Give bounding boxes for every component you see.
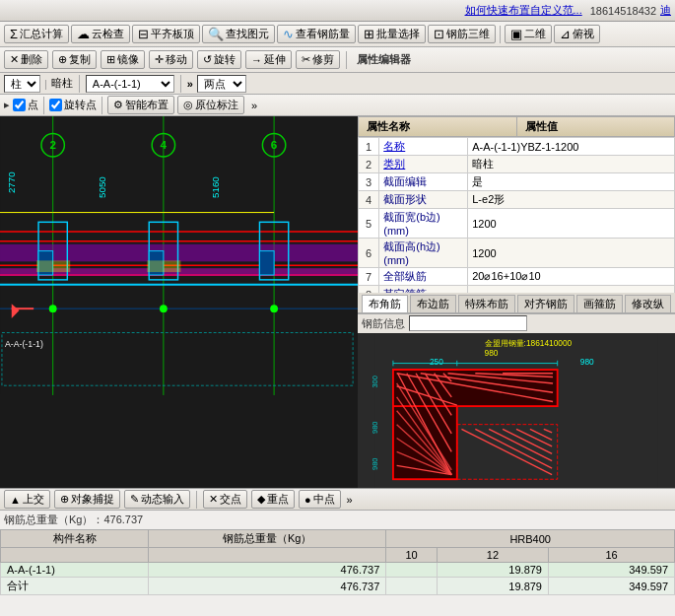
ts-sep [43,97,44,114]
cloud-btn[interactable]: ☁云检查 [71,25,130,43]
mirror-btn[interactable]: ⊞镜像 [101,50,145,69]
prop-col2-header: 属性值 [517,117,675,136]
prop-val-cell: 1200 [468,209,675,239]
tab-huagujin[interactable]: 画箍筋 [576,295,623,312]
data-table: 构件名称 钢筋总重量（Kg） HRB400 10 12 16 A-A-(-1-1… [0,529,675,595]
original-mark-btn[interactable]: ◎原位标注 [177,96,244,114]
level-btn[interactable]: ⊟平齐板顶 [132,25,200,43]
dynamic-input-btn[interactable]: ✎动态输入 [124,490,190,509]
find-btn[interactable]: 🔍查找图元 [202,25,275,43]
intersect-icon: ✕ [209,493,218,506]
svg-text:2: 2 [49,138,56,151]
move-icon: ✛ [155,53,164,66]
prop-sep [79,75,80,93]
prop-scroll[interactable]: 1 名称 A-A-(-1-1)YBZ-1-12002 类别 暗柱3 截面编辑 是… [358,137,675,293]
col-d10: 10 [386,548,438,563]
copy-btn[interactable]: ⊕复制 [52,50,97,69]
3d-rebar-btn[interactable]: ⊡钢筋三维 [428,25,496,43]
toolbar-main: Σ汇总计算 ☁云检查 ⊟平齐板顶 🔍查找图元 ∿查看钢筋量 ⊞批量选择 ⊡钢筋三… [0,22,675,47]
2d-btn[interactable]: ▣二维 [505,25,552,43]
rebar-icon: ∿ [283,27,294,41]
prop-val-cell: 1200 [468,239,675,268]
weight-label: 钢筋总重量（Kg）：476.737 [0,511,675,529]
toolbar-snap: ▸ 点 旋转点 ⚙智能布置 ◎原位标注 » [0,95,675,116]
rebar-info-label: 钢筋信息 [362,316,405,331]
col-name-sub [1,548,149,563]
ts-sep2 [101,97,102,114]
prop-row-num: 1 [359,138,379,156]
smart-layout-btn[interactable]: ⚙智能布置 [107,96,174,114]
tab-teshubujin[interactable]: 特殊布筋 [458,295,515,312]
cell-d10 [386,578,438,595]
delete-icon: ✕ [10,53,19,66]
property-bar: 柱 | 暗柱 A-A-(-1-1) » 两点 [0,73,675,95]
rotate-checkbox[interactable] [49,99,62,111]
move-btn[interactable]: ✛移动 [149,50,193,69]
capture-btn[interactable]: ⊕对象捕捉 [54,490,120,509]
cell-d16: 349.597 [549,578,675,595]
prop-row-num: 5 [359,209,379,239]
hidden-col-label: 暗柱 [51,76,73,91]
extend-icon: → [251,54,262,66]
bottom-area: ▲上交 ⊕对象捕捉 ✎动态输入 ✕交点 ◆重点 ●中点 » 钢筋总重量（Kg）：… [0,488,675,616]
rotate-btn[interactable]: ↺旋转 [197,50,241,69]
tab-xiugai[interactable]: 修改纵 [625,295,671,312]
checkbox-pt[interactable]: 点 [13,98,38,112]
expand-arrow2[interactable]: » [347,494,353,506]
col-name-header: 构件名称 [1,530,149,548]
trim-btn[interactable]: ✂修剪 [296,50,340,69]
prop-name-cell: 名称 [379,138,468,156]
svg-text:2770: 2770 [6,171,17,193]
sigma-icon: Σ [10,27,18,41]
svg-point-35 [160,305,168,312]
toolbar-edit: ✕删除 ⊕复制 ⊞镜像 ✛移动 ↺旋转 →延伸 ✂修剪 属性编辑器 [0,47,675,73]
find-icon: 🔍 [208,27,224,41]
copy-icon: ⊕ [58,53,67,66]
svg-rect-32 [36,260,70,272]
intersect-btn[interactable]: ✕交点 [203,490,247,509]
2d-icon: ▣ [510,27,522,41]
checkbox-rotate[interactable]: 旋转点 [49,98,97,112]
midpoint-btn[interactable]: ◆重点 [251,490,295,509]
svg-text:金盟用钢量:1861410000: 金盟用钢量:1861410000 [485,337,573,347]
prop-name-cell: 类别 [379,156,468,173]
section-select[interactable]: A-A-(-1-1) [86,75,174,93]
svg-text:6: 6 [271,138,278,151]
cell-name: 合计 [1,578,149,595]
arrow-collapse[interactable]: ▸ [4,99,10,111]
batch-btn[interactable]: ⊞批量选择 [358,25,426,43]
tab-duiqi[interactable]: 对齐钢筋 [517,295,574,312]
col-total-sub [149,548,386,563]
separator2 [346,51,347,69]
view-rebar-btn[interactable]: ∿查看钢筋量 [277,25,356,43]
sum-btn[interactable]: Σ汇总计算 [4,25,69,43]
prop-table: 1 名称 A-A-(-1-1)YBZ-1-12002 类别 暗柱3 截面编辑 是… [358,137,675,293]
canvas-area[interactable]: 2 4 6 [0,116,358,488]
cell-total: 476.737 [149,578,386,595]
midpt-btn[interactable]: ●中点 [299,490,341,509]
submit-btn[interactable]: ▲上交 [4,490,50,509]
arrow-btn[interactable]: 迪 [660,3,671,18]
prop-row-num: 8 [359,286,379,293]
phone-number: 18614518432 [590,5,656,17]
cell-d12: 19.879 [437,578,548,595]
tab-bubianqin[interactable]: 布边筋 [410,295,456,312]
extend-btn[interactable]: →延伸 [245,50,292,69]
col-hrb-header: HRB400 [386,530,675,548]
prop-name-cell: 全部纵筋 [379,268,468,286]
type-select[interactable]: 柱 [4,75,40,93]
svg-text:A-A-(-1-1): A-A-(-1-1) [5,339,43,349]
mode-select[interactable]: 两点 [197,75,246,93]
svg-text:980: 980 [371,421,379,433]
help-link[interactable]: 如何快速布置自定义范... [465,3,582,18]
canvas-svg: 2 4 6 [0,116,358,395]
midpt-icon: ● [304,494,311,506]
tab-bujiaoqin[interactable]: 布角筋 [362,295,408,312]
delete-btn[interactable]: ✕删除 [4,50,48,69]
midpoint-icon: ◆ [257,493,265,506]
rebar-info-input[interactable] [409,315,527,331]
perspective-btn[interactable]: ⊿俯视 [554,25,600,43]
pt-checkbox[interactable] [13,99,26,111]
prop-col1-header: 属性名称 [359,117,517,136]
expand-arrow[interactable]: » [251,100,257,111]
